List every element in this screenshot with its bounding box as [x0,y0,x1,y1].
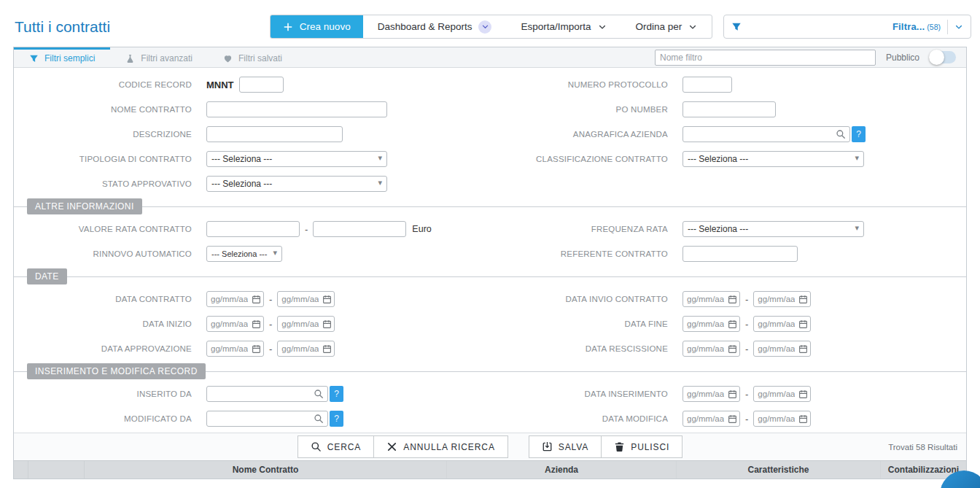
save-button[interactable]: SALVA [529,435,602,458]
form-row: DATA INIZIO - DATA FINE - [14,311,966,336]
tab-filtri-semplici[interactable]: Filtri semplici [14,47,110,67]
cancel-search-button[interactable]: ANNULLA RICERCA [373,435,508,458]
valore-rata-max-input[interactable] [313,221,406,237]
calendar-icon[interactable] [252,319,261,329]
calendar-icon[interactable] [322,344,332,354]
referente-contratto-label: REFERENTE CONTRATTO [490,249,668,258]
public-toggle[interactable] [930,51,956,63]
divider [947,20,948,34]
table-header-select-column [14,461,28,479]
form-row: MODIFICATO DA ? DATA MODIFICA - [14,406,966,431]
codice-record-input[interactable] [239,77,284,93]
valore-rata-label: VALORE RATA CONTRATTO [14,225,192,233]
filter-button[interactable]: Filtra... (58) [723,15,971,39]
modificato-da-help-button[interactable]: ? [330,411,343,427]
table-header-caratteristiche[interactable]: Caratteristiche [677,461,881,479]
results-count: Trovati 58 Risultati [888,443,957,452]
section-title-date: DATE [27,268,67,284]
rinnovo-automatico-label: RINNOVO AUTOMATICO [14,249,192,258]
table-header-azienda[interactable]: Azienda [447,461,677,479]
tab-label: Filtri semplici [44,53,95,63]
select-caret-icon: ▾ [378,178,382,187]
range-separator: - [305,224,308,235]
filter-button-label: Filtra... [747,21,925,32]
funnel-icon [29,54,39,63]
tipologia-contratto-select[interactable]: --- Seleziona --- ▾ [206,151,387,167]
toolbar: Crea nuovo Dashboard & Reports Esporta/I… [270,15,971,39]
range-separator: - [269,294,272,305]
tab-filtri-salvati[interactable]: Filtri salvati [208,47,298,67]
section-separator: ALTRE INFORMAZIONI [14,198,966,215]
referente-contratto-input[interactable] [682,246,798,262]
calendar-icon[interactable] [322,295,332,304]
toggle-knob [929,50,944,65]
calendar-icon[interactable] [252,344,261,354]
inserito-da-help-button[interactable]: ? [330,386,343,402]
tab-label: Filtri avanzati [141,53,192,63]
descrizione-input[interactable] [206,126,343,142]
menu-esporta-importa[interactable]: Esporta/Importa [506,15,621,38]
filter-name-input[interactable] [655,50,876,66]
calendar-icon[interactable] [798,319,808,329]
calendar-icon[interactable] [798,414,808,424]
codice-record-prefix: MNNT [206,80,234,90]
calendar-icon[interactable] [728,390,737,399]
modificato-da-input[interactable] [206,411,328,427]
tab-filtri-avanzati[interactable]: Filtri avanzati [110,47,208,67]
range-separator: - [745,389,748,400]
clear-button[interactable]: PULISCI [601,435,682,458]
table-header-nome-contratto[interactable]: Nome Contratto [85,461,447,479]
create-new-button[interactable]: Crea nuovo [271,15,363,38]
frequenza-rata-select[interactable]: --- Seleziona --- ▾ [682,221,864,237]
anagrafica-azienda-input[interactable] [682,126,850,142]
inserito-da-label: INSERITO DA [14,390,192,398]
calendar-icon[interactable] [322,319,332,329]
simple-filters-form: CODICE RECORD MNNT NUMERO PROTOCOLLO NOM… [14,68,966,433]
select-value: --- Seleziona --- [211,249,267,258]
data-invio-contratto-label: DATA INVIO CONTRATTO [490,295,668,303]
calendar-icon[interactable] [252,295,261,304]
valore-rata-min-input[interactable] [206,221,300,237]
classificazione-contratto-select[interactable]: --- Seleziona --- ▾ [682,151,864,167]
close-icon [386,441,397,452]
select-caret-icon: ▾ [273,248,277,257]
numero-protocollo-input[interactable] [682,77,732,93]
data-contratto-label: DATA CONTRATTO [14,295,192,303]
select-caret-icon: ▾ [855,153,859,163]
calendar-icon[interactable] [798,295,808,304]
rinnovo-automatico-select[interactable]: --- Seleziona --- ▾ [206,246,282,262]
toolbar-button-group: Crea nuovo Dashboard & Reports Esporta/I… [270,15,712,39]
po-number-input[interactable] [682,101,776,117]
calendar-icon[interactable] [728,319,737,329]
range-separator: - [269,319,272,330]
codice-record-label: CODICE RECORD [14,80,192,89]
form-actions-bar: CERCA ANNULLA RICERCA SALVA PULISCI Trov… [14,433,966,460]
calendar-icon[interactable] [728,344,737,354]
search-button[interactable]: CERCA [298,435,375,458]
top-header: Tutti i contratti Crea nuovo Dashboard &… [0,0,980,47]
section-title-inserimento: INSERIMENTO E MODIFICA RECORD [27,363,206,379]
section-title-altre-informazioni: ALTRE INFORMAZIONI [27,198,142,214]
trash-icon [614,441,625,452]
calendar-icon[interactable] [798,344,808,354]
menu-dashboard-reports[interactable]: Dashboard & Reports [363,15,507,38]
calendar-icon[interactable] [728,414,737,424]
stato-approvativo-select[interactable]: --- Seleziona --- ▾ [206,176,387,192]
save-icon [542,441,553,452]
anagrafica-azienda-help-button[interactable]: ? [852,126,866,142]
page-title: Tutti i contratti [15,18,110,36]
inserito-da-input[interactable] [206,386,328,402]
form-row: NOME CONTRATTO PO NUMBER [14,97,966,122]
form-row: DATA APPROVAZIONE - DATA RESCISSIONE - [14,336,966,361]
calendar-icon[interactable] [728,295,737,304]
nome-contratto-input[interactable] [206,101,387,117]
menu-ordina-per[interactable]: Ordina per [621,15,712,38]
form-row: INSERITO DA ? DATA INSERIMENTO - [14,382,966,406]
chevron-down-icon [598,23,607,31]
modificato-da-label: MODIFICATO DA [14,414,192,423]
chevron-down-icon[interactable] [954,23,963,31]
calendar-icon[interactable] [798,390,808,399]
frequenza-rata-label: FREQUENZA RATA [490,225,668,233]
section-separator: INSERIMENTO E MODIFICA RECORD [14,363,966,380]
data-fine-label: DATA FINE [490,319,668,328]
